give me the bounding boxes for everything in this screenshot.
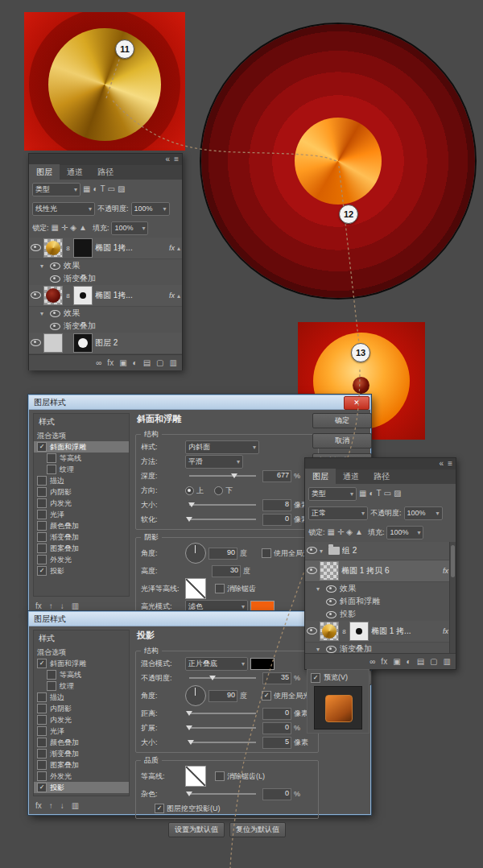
mask-link-icon[interactable]: 8 bbox=[65, 292, 71, 300]
ok-button[interactable]: 确定 bbox=[312, 413, 372, 428]
tab-paths[interactable]: 路径 bbox=[90, 164, 121, 180]
style-item-blending-options[interactable]: 混合选项 bbox=[34, 430, 129, 441]
checkbox[interactable]: ✓ bbox=[37, 659, 47, 668]
tab-layers[interactable]: 图层 bbox=[29, 164, 60, 180]
reset-default-button[interactable]: 复位为默认值 bbox=[229, 822, 286, 837]
spread-value[interactable]: 0 bbox=[262, 722, 291, 734]
filter-shape-icon[interactable]: ▭ bbox=[108, 184, 115, 194]
lock-position-icon[interactable]: ✛ bbox=[337, 527, 344, 537]
effect-row[interactable]: 渐变叠加 bbox=[29, 272, 182, 285]
chevron-down-icon[interactable]: ▾ bbox=[40, 262, 47, 270]
direction-up-radio[interactable] bbox=[185, 486, 194, 495]
style-item-gradient-overlay[interactable]: 渐变叠加 bbox=[34, 748, 129, 759]
filter-smartobject-icon[interactable]: ▨ bbox=[118, 184, 125, 194]
style-item-inner-shadow[interactable]: 内阴影 bbox=[34, 486, 129, 498]
distance-slider[interactable] bbox=[189, 713, 256, 714]
checkbox[interactable] bbox=[37, 555, 47, 564]
distance-value[interactable]: 0 bbox=[262, 708, 291, 720]
layer-thumbnail[interactable] bbox=[43, 238, 63, 258]
layer-row[interactable]: 8 椭圆 1拷... fx ▴ bbox=[29, 285, 182, 307]
layer-mask-thumbnail[interactable] bbox=[73, 286, 93, 305]
checkbox[interactable] bbox=[37, 521, 47, 531]
checkbox[interactable] bbox=[47, 465, 56, 474]
layer-thumbnail[interactable] bbox=[43, 333, 63, 353]
style-item-blending-options[interactable]: 混合选项 bbox=[34, 647, 129, 658]
checkbox[interactable] bbox=[37, 771, 47, 781]
blend-mode-dropdown[interactable]: 线性光 bbox=[32, 202, 95, 216]
filter-smartobject-icon[interactable]: ▨ bbox=[394, 489, 401, 498]
group-row[interactable]: ▾ 组 2 bbox=[305, 542, 456, 560]
new-layer-icon[interactable]: ▢ bbox=[430, 657, 437, 667]
checkbox[interactable] bbox=[47, 681, 56, 691]
lock-position-icon[interactable]: ✛ bbox=[61, 223, 68, 233]
style-item-color-overlay[interactable]: 颜色叠加 bbox=[34, 520, 129, 531]
move-up-icon[interactable]: ↑ bbox=[49, 801, 53, 811]
checkbox[interactable] bbox=[37, 532, 47, 542]
fx-icon[interactable]: fx bbox=[35, 801, 42, 811]
add-mask-icon[interactable]: ▣ bbox=[393, 657, 400, 667]
antialias-checkbox[interactable] bbox=[215, 584, 225, 593]
visibility-eye-icon[interactable] bbox=[50, 262, 60, 270]
checkbox[interactable]: ✓ bbox=[37, 783, 47, 792]
lock-pixels-icon[interactable]: ◈ bbox=[346, 527, 353, 537]
technique-dropdown[interactable]: 平滑 bbox=[185, 455, 243, 469]
fx-badge[interactable]: fx bbox=[169, 244, 175, 252]
opacity-dropdown[interactable]: 100% bbox=[404, 506, 443, 520]
spread-slider[interactable] bbox=[189, 727, 256, 729]
panel-menu-icon[interactable]: ≡ bbox=[174, 155, 179, 164]
opacity-value[interactable]: 35 bbox=[262, 672, 291, 684]
visibility-eye-icon[interactable] bbox=[50, 310, 60, 317]
style-item-texture[interactable]: 纹理 bbox=[34, 464, 129, 475]
style-item-contour[interactable]: 等高线 bbox=[34, 669, 129, 680]
group-name[interactable]: 组 2 bbox=[342, 545, 454, 556]
effect-row[interactable]: 渐变叠加 bbox=[29, 320, 182, 333]
style-item-bevel-emboss[interactable]: ✓斜面和浮雕 bbox=[34, 658, 129, 669]
checkbox[interactable] bbox=[37, 544, 47, 553]
chevron-down-icon[interactable]: ▾ bbox=[316, 646, 323, 653]
global-light-checkbox[interactable] bbox=[262, 548, 271, 558]
layer-row[interactable]: 图层 2 bbox=[29, 333, 182, 354]
checkbox[interactable] bbox=[37, 476, 47, 486]
mask-link-icon[interactable]: 8 bbox=[341, 628, 347, 635]
visibility-eye-icon[interactable] bbox=[50, 323, 60, 330]
filter-type-icon[interactable]: T bbox=[101, 184, 105, 194]
checkbox[interactable] bbox=[37, 726, 47, 736]
layer-style-fx-icon[interactable]: fx bbox=[107, 358, 114, 368]
visibility-eye-icon[interactable] bbox=[307, 627, 317, 636]
link-layers-icon[interactable]: ∞ bbox=[96, 358, 101, 368]
fx-badge[interactable]: fx bbox=[443, 567, 448, 575]
move-up-icon[interactable]: ↑ bbox=[49, 601, 53, 611]
blend-mode-dropdown[interactable]: 正片叠底 bbox=[185, 657, 248, 671]
fill-dropdown[interactable]: 100% bbox=[386, 526, 423, 539]
filter-type-icon[interactable]: T bbox=[377, 489, 382, 498]
checkbox[interactable] bbox=[37, 715, 47, 725]
size-value[interactable]: 5 bbox=[262, 737, 291, 749]
gloss-contour-swatch[interactable] bbox=[185, 578, 206, 599]
fill-dropdown[interactable]: 100% bbox=[111, 221, 148, 235]
checkbox[interactable] bbox=[37, 487, 47, 497]
tab-channels[interactable]: 通道 bbox=[336, 469, 366, 484]
visibility-eye-icon[interactable] bbox=[31, 291, 41, 300]
layer-thumbnail[interactable] bbox=[320, 561, 339, 581]
visibility-eye-icon[interactable] bbox=[326, 646, 336, 653]
style-item-outer-glow[interactable]: 外发光 bbox=[34, 554, 129, 565]
filter-pixel-icon[interactable]: ▦ bbox=[83, 184, 90, 194]
style-item-gradient-overlay[interactable]: 渐变叠加 bbox=[34, 531, 129, 543]
contour-swatch[interactable] bbox=[185, 766, 206, 787]
tab-channels[interactable]: 通道 bbox=[60, 164, 90, 180]
layer-name[interactable]: 椭圆 1拷... bbox=[95, 290, 167, 301]
layer-row[interactable]: 8 椭圆 1拷... fx ▴ bbox=[29, 238, 182, 259]
blend-mode-dropdown[interactable]: 正常 bbox=[308, 506, 368, 520]
close-icon[interactable]: ✕ bbox=[344, 396, 369, 410]
checkbox[interactable]: ✓ bbox=[37, 566, 47, 576]
preview-checkbox[interactable]: ✓ bbox=[311, 673, 320, 683]
lock-transparency-icon[interactable]: ▦ bbox=[328, 527, 335, 537]
checkbox[interactable]: ✓ bbox=[37, 442, 47, 452]
style-item-color-overlay[interactable]: 颜色叠加 bbox=[34, 737, 129, 748]
checkbox[interactable] bbox=[37, 738, 47, 747]
visibility-eye-icon[interactable] bbox=[31, 244, 41, 253]
visibility-eye-icon[interactable] bbox=[307, 547, 317, 556]
mask-link-icon[interactable]: 8 bbox=[65, 245, 71, 252]
soften-value[interactable]: 0 bbox=[262, 514, 291, 526]
lock-pixels-icon[interactable]: ◈ bbox=[70, 223, 76, 233]
